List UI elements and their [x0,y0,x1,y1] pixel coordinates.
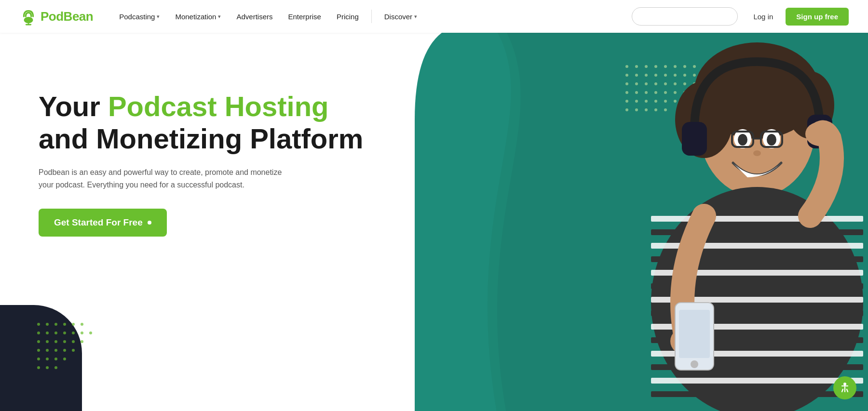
svg-rect-99 [682,122,707,156]
accessibility-icon [839,382,851,394]
svg-point-106 [738,134,747,146]
svg-point-114 [843,383,846,385]
hero-section: // render dots in a grid Your Podcast Ho… [0,33,868,411]
svg-point-65 [81,340,83,343]
hero-subtitle: Podbean is an easy and powerful way to c… [39,166,289,191]
svg-point-113 [691,360,698,368]
nav-links: Podcasting ▾ Monetization ▾ Advertisers … [112,9,632,25]
logo[interactable]: PodBean [19,7,93,26]
hero-content: Your Podcast Hosting and Monetizing Plat… [39,91,363,237]
login-button[interactable]: Log in [747,9,779,25]
nav-item-enterprise[interactable]: Enterprise [282,9,328,25]
cta-dot-icon [148,221,151,225]
svg-point-109 [805,122,834,146]
svg-point-52 [81,323,83,326]
svg-point-107 [767,134,776,146]
get-started-button[interactable]: Get Started For Free [39,209,167,237]
chevron-down-icon: ▾ [157,13,160,20]
signup-button[interactable]: Sign up free [786,8,849,26]
search-input[interactable] [632,7,738,26]
nav-item-monetization[interactable]: Monetization ▾ [168,9,228,25]
nav-item-advertisers[interactable]: Advertisers [230,9,279,25]
hero-person-image [434,33,868,411]
accessibility-button[interactable] [833,376,856,399]
svg-rect-96 [651,378,863,384]
svg-point-58 [81,331,83,334]
svg-point-0 [24,17,33,23]
svg-point-108 [753,150,761,156]
nav-item-podcasting[interactable]: Podcasting ▾ [112,9,166,25]
nav-right: Log in Sign up free [747,8,849,26]
nav-item-discover[interactable]: Discover ▾ [378,9,424,25]
svg-rect-112 [679,310,710,358]
navbar: PodBean Podcasting ▾ Monetization ▾ Adve… [0,0,868,33]
chevron-down-icon: ▾ [414,13,417,20]
svg-rect-84 [651,216,863,222]
nav-item-pricing[interactable]: Pricing [330,9,366,25]
svg-rect-85 [651,229,863,235]
svg-rect-97 [651,391,863,397]
dark-arc-decoration [0,305,82,411]
logo-text: PodBean [41,9,93,24]
chevron-down-icon: ▾ [218,13,221,20]
nav-divider [371,10,372,23]
svg-point-59 [89,331,92,334]
hero-title: Your Podcast Hosting and Monetizing Plat… [39,91,363,155]
